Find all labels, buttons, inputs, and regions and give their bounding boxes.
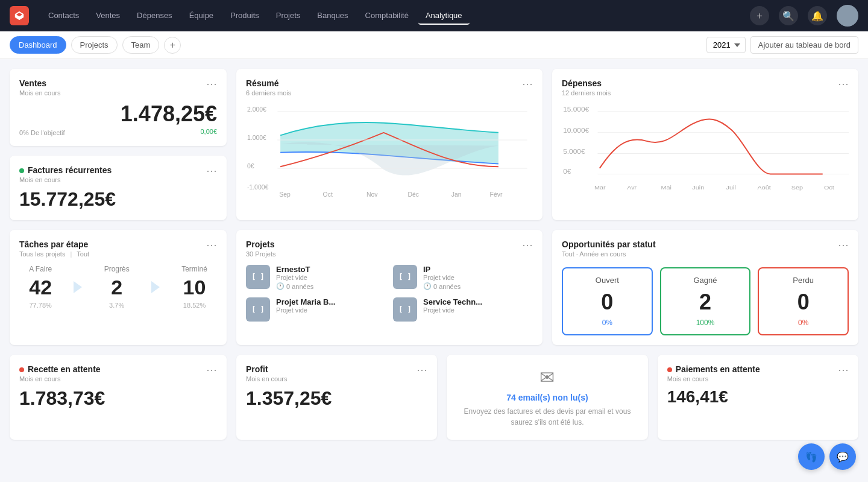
task-termine-label: Terminé	[181, 265, 207, 273]
svg-text:Sep: Sep	[791, 185, 804, 191]
recette-subtitle: Mois en cours	[19, 375, 101, 382]
svg-text:-1.000€: -1.000€	[247, 184, 269, 191]
user-avatar[interactable]	[837, 5, 858, 27]
nav-equipe[interactable]: Équipe	[182, 7, 221, 25]
svg-text:2.000€: 2.000€	[247, 106, 266, 113]
opp-ouvert-label: Ouvert	[570, 276, 644, 285]
ventes-objective: 0% De l'objectif	[19, 129, 64, 136]
svg-text:10.000€: 10.000€	[563, 127, 590, 133]
resume-menu[interactable]: ⋯	[522, 78, 533, 89]
add-tab-button[interactable]: +	[164, 37, 181, 54]
taches-menu[interactable]: ⋯	[206, 239, 217, 250]
opps-title: Opportunités par statut	[562, 239, 656, 249]
tabs-bar: Dashboard Projects Team + 2021 2020 2022…	[0, 31, 868, 59]
project-name-3: Service Techn...	[423, 297, 482, 306]
profit-value: 1.357,25€	[246, 387, 427, 410]
depenses-chart: 15.000€ 10.000€ 5.000€ 0€ Mar Avr Mai Ju…	[562, 101, 849, 198]
taches-header: Tâches par étape Tous les projets | Tout…	[19, 239, 217, 258]
left-col-top: Ventes Mois en cours ⋯ 1.478,25€ 0% De l…	[10, 69, 227, 220]
nav-projets[interactable]: Projets	[269, 7, 307, 25]
profit-menu[interactable]: ⋯	[417, 364, 427, 375]
svg-text:Sep: Sep	[279, 191, 291, 198]
svg-text:Avr: Avr	[627, 185, 637, 191]
opps-header: Opportunités par statut Tout · Année en …	[562, 239, 849, 258]
paiements-header: Paiements en attente Mois en cours ⋯	[667, 364, 849, 382]
svg-text:1.000€: 1.000€	[247, 135, 266, 141]
tab-projects[interactable]: Projects	[71, 36, 118, 54]
projets-menu[interactable]: ⋯	[522, 239, 533, 250]
opps-card: Opportunités par statut Tout · Année en …	[552, 230, 858, 345]
project-item-2[interactable]: [ ] Projet Maria B... Projet vide	[246, 297, 386, 322]
recette-title: Recette en attente	[19, 364, 101, 374]
year-select[interactable]: 2021 2020 2022	[706, 37, 746, 53]
factures-dot	[19, 168, 24, 173]
paiements-value: 146,41€	[667, 387, 849, 407]
project-sub-1: Projet vide	[423, 274, 461, 281]
factures-value: 15.772,25€	[19, 188, 217, 211]
resume-header: Résumé 6 derniers mois ⋯	[246, 78, 533, 97]
fab-chat[interactable]: 💬	[829, 443, 856, 449]
nav-banques[interactable]: Banques	[310, 7, 355, 25]
opps-menu[interactable]: ⋯	[838, 239, 849, 250]
email-card: ✉ 74 email(s) non lu(s) Envoyez des fact…	[447, 355, 647, 440]
ventes-card: Ventes Mois en cours ⋯ 1.478,25€ 0% De l…	[10, 69, 227, 146]
task-afaire-value: 42	[29, 276, 52, 299]
nav-analytique[interactable]: Analytique	[418, 7, 470, 25]
ventes-menu[interactable]: ⋯	[206, 78, 217, 89]
add-dashboard-button[interactable]: Ajouter au tableau de bord	[750, 36, 858, 54]
nav-contacts[interactable]: Contacts	[41, 7, 86, 25]
opp-boxes: Ouvert 0 0% Gagné 2 100% Perdu 0 0%	[562, 267, 849, 335]
recette-card: Recette en attente Mois en cours ⋯ 1.783…	[10, 355, 227, 440]
logo[interactable]	[10, 6, 29, 25]
task-afaire: A Faire 42 77.78%	[29, 265, 52, 309]
email-count[interactable]: 74 email(s) non lu(s)	[456, 393, 638, 402]
project-item-0[interactable]: [ ] ErnestoT Projet vide 🕐 0 années	[246, 265, 386, 290]
depenses-menu[interactable]: ⋯	[838, 78, 849, 89]
search-button[interactable]: 🔍	[779, 6, 798, 25]
svg-text:Août: Août	[758, 185, 771, 191]
opp-gagne-label: Gagné	[668, 276, 743, 285]
project-icon-3: [ ]	[393, 297, 417, 322]
tab-team[interactable]: Team	[122, 36, 160, 54]
nav-comptabilite[interactable]: Comptabilité	[358, 7, 416, 25]
tab-dashboard[interactable]: Dashboard	[10, 36, 66, 54]
recette-header: Recette en attente Mois en cours ⋯	[19, 364, 217, 382]
depenses-header: Dépenses 12 derniers mois ⋯	[562, 78, 849, 97]
project-sub-3: Projet vide	[423, 306, 482, 314]
fab-help[interactable]: 👣	[798, 443, 825, 449]
projets-title: Projets	[246, 239, 276, 249]
recette-menu[interactable]: ⋯	[206, 364, 217, 375]
opp-ouvert: Ouvert 0 0%	[562, 267, 653, 335]
email-icon: ✉	[456, 367, 638, 388]
opp-gagne: Gagné 2 100%	[660, 267, 751, 335]
recette-value: 1.783,73€	[19, 387, 217, 410]
paiements-card: Paiements en attente Mois en cours ⋯ 146…	[658, 355, 858, 440]
project-icon-0: [ ]	[246, 265, 270, 289]
svg-text:Juin: Juin	[692, 185, 704, 191]
nav-produits[interactable]: Produits	[223, 7, 266, 25]
svg-text:Oct: Oct	[824, 185, 834, 191]
paiements-dot	[667, 367, 672, 372]
factures-menu[interactable]: ⋯	[206, 165, 217, 176]
nav-ventes[interactable]: Ventes	[89, 7, 127, 25]
notifications-button[interactable]: 🔔	[808, 6, 827, 25]
factures-title: Factures récurrentes	[19, 165, 112, 175]
opp-perdu-value: 0	[766, 290, 840, 315]
opp-ouvert-pct: 0%	[570, 319, 644, 327]
navigation: Contacts Ventes Dépenses Équipe Produits…	[0, 0, 868, 31]
taches-title: Tâches par étape	[19, 239, 89, 249]
svg-text:15.000€: 15.000€	[563, 106, 590, 113]
svg-text:Mai: Mai	[661, 185, 671, 191]
project-item-1[interactable]: [ ] IP Projet vide 🕐 0 années	[393, 265, 533, 290]
svg-text:Juil: Juil	[726, 185, 736, 191]
tasks-row: A Faire 42 77.78% Progrès 2 3.7% Terminé…	[19, 265, 217, 309]
paiements-subtitle: Mois en cours	[667, 375, 760, 382]
project-time-0: 🕐 0 années	[276, 282, 313, 290]
resume-title: Résumé	[246, 78, 291, 88]
add-button[interactable]: ＋	[750, 6, 769, 25]
paiements-menu[interactable]: ⋯	[838, 364, 849, 375]
project-name-0: ErnestoT	[276, 265, 313, 274]
nav-depenses[interactable]: Dépenses	[130, 7, 180, 25]
project-item-3[interactable]: [ ] Service Techn... Projet vide	[393, 297, 533, 322]
profit-header: Profit Mois en cours ⋯	[246, 364, 427, 382]
